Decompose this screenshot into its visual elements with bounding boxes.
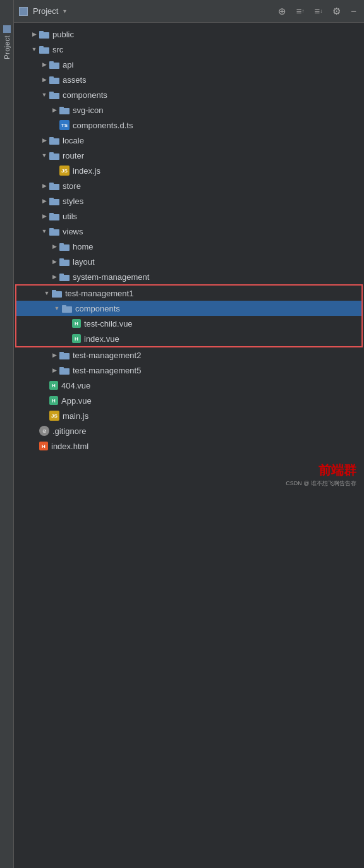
expand-arrow-test-management1[interactable]: ▼ xyxy=(42,288,52,298)
folder-icon-utils xyxy=(49,212,59,220)
svg-rect-26 xyxy=(59,260,70,266)
toolbar: Project ▾ ⊕ ≡↑ ≡↓ ⚙ − xyxy=(14,0,364,23)
item-label-components-d-ts: components.d.ts xyxy=(73,121,359,130)
folder-icon-svg-icon xyxy=(59,106,70,114)
expand-arrow-home[interactable]: ▶ xyxy=(49,241,59,251)
folder-icon-layout xyxy=(59,258,70,266)
tree-item-router-index-js[interactable]: JS index.js xyxy=(14,163,364,178)
file-icon-js-main: JS xyxy=(49,411,59,421)
file-icon-gitignore: ⊘ xyxy=(39,426,49,436)
expand-arrow-src[interactable]: ▼ xyxy=(29,44,39,54)
svg-rect-30 xyxy=(52,291,62,298)
item-label-locale: locale xyxy=(63,136,359,145)
locate-button[interactable]: ⊕ xyxy=(276,4,289,18)
item-label-test-management2: test-management2 xyxy=(73,351,359,360)
item-label-home: home xyxy=(73,242,359,251)
tree-item-test-child-vue[interactable]: H test-child.vue xyxy=(16,316,361,331)
tree-item-store[interactable]: ▶ store xyxy=(14,178,364,193)
expand-arrow-components-sub[interactable]: ▼ xyxy=(52,303,62,313)
file-icon-js-router: JS xyxy=(59,166,70,176)
minimize-button[interactable]: − xyxy=(348,4,359,18)
svg-rect-25 xyxy=(59,243,64,245)
svg-rect-8 xyxy=(49,93,59,99)
expand-arrow-assets[interactable]: ▶ xyxy=(39,75,49,85)
folder-icon-public xyxy=(39,30,49,39)
svg-rect-37 xyxy=(59,367,64,369)
expand-arrow-api[interactable]: ▶ xyxy=(39,59,49,69)
watermark-sub: CSDN @ 谁不想飞啊告告存 xyxy=(286,479,356,488)
svg-rect-5 xyxy=(49,61,54,63)
expand-arrow-locale[interactable]: ▶ xyxy=(39,135,49,145)
expand-arrow-store[interactable]: ▶ xyxy=(39,181,49,191)
tree-item-svg-icon[interactable]: ▶ svg-icon xyxy=(14,102,364,118)
svg-rect-1 xyxy=(39,31,44,33)
svg-rect-19 xyxy=(49,198,54,200)
item-label-src: src xyxy=(52,45,359,54)
expand-arrow-test-management2[interactable]: ▶ xyxy=(49,350,59,360)
tree-item-home[interactable]: ▶ home xyxy=(14,239,364,254)
svg-rect-14 xyxy=(49,154,59,160)
svg-rect-34 xyxy=(59,353,70,359)
expand-arrow-test-management5[interactable]: ▶ xyxy=(49,365,59,375)
svg-rect-23 xyxy=(49,228,54,230)
expand-arrow-styles[interactable]: ▶ xyxy=(39,196,49,206)
expand-arrow-svg-icon[interactable]: ▶ xyxy=(49,105,59,115)
settings-button[interactable]: ⚙ xyxy=(330,4,343,18)
item-label-index-vue-sub: index.vue xyxy=(84,334,356,344)
expand-arrow-public[interactable]: ▶ xyxy=(29,29,39,39)
item-label-index-html: index.html xyxy=(51,442,359,451)
tree-item-test-management5[interactable]: ▶ test-management5 xyxy=(14,363,364,378)
svg-rect-18 xyxy=(49,199,59,205)
svg-rect-31 xyxy=(52,290,56,292)
svg-rect-20 xyxy=(49,214,59,220)
tree-item-gitignore[interactable]: ⊘ .gitignore xyxy=(14,423,364,438)
svg-rect-33 xyxy=(62,305,66,307)
folder-icon-styles xyxy=(49,197,59,205)
tree-item-index-vue-sub[interactable]: H index.vue xyxy=(16,331,361,346)
tree-item-utils[interactable]: ▶ utils xyxy=(14,208,364,224)
expand-all-button[interactable]: ≡↓ xyxy=(312,4,325,18)
side-tab[interactable]: Project xyxy=(0,0,14,868)
expand-arrow-views[interactable]: ▼ xyxy=(39,226,49,236)
expand-arrow-layout[interactable]: ▶ xyxy=(49,256,59,267)
file-icon-ts: TS xyxy=(59,120,70,130)
tree-item-system-management[interactable]: ▶ system-management xyxy=(14,269,364,284)
expand-arrow-utils[interactable]: ▶ xyxy=(39,211,49,221)
tree-item-styles[interactable]: ▶ styles xyxy=(14,193,364,208)
file-icon-404-vue: H xyxy=(49,381,58,390)
tree-item-layout[interactable]: ▶ layout xyxy=(14,254,364,269)
tree-item-api[interactable]: ▶ api xyxy=(14,57,364,72)
tree-item-src[interactable]: ▼ src xyxy=(14,42,364,57)
item-label-system-management: system-management xyxy=(73,272,359,282)
tree-item-main-js[interactable]: JS main.js xyxy=(14,408,364,423)
side-tab-label[interactable]: Project xyxy=(2,33,12,62)
tree-item-locale[interactable]: ▶ locale xyxy=(14,133,364,148)
tree-item-components-d-ts[interactable]: TS components.d.ts xyxy=(14,118,364,133)
folder-icon-test-management2 xyxy=(59,351,70,359)
tree-item-app-vue[interactable]: H App.vue xyxy=(14,393,364,408)
project-folder-icon xyxy=(19,7,28,16)
tree-item-404-vue[interactable]: H 404.vue xyxy=(14,378,364,393)
tree-item-components-sub[interactable]: ▼ components xyxy=(16,301,361,316)
tree-item-test-management1[interactable]: ▼ test-management1 xyxy=(16,286,361,301)
item-label-components: components xyxy=(63,90,359,100)
tree-item-components[interactable]: ▼ components xyxy=(14,87,364,102)
expand-arrow-components[interactable]: ▼ xyxy=(39,90,49,100)
tree-item-views[interactable]: ▼ views xyxy=(14,224,364,239)
tree-item-index-html[interactable]: H index.html xyxy=(14,438,364,454)
tree-item-test-management2[interactable]: ▶ test-management2 xyxy=(14,347,364,363)
toolbar-dropdown-chevron[interactable]: ▾ xyxy=(63,8,66,15)
svg-rect-9 xyxy=(49,92,54,93)
item-label-404-vue: 404.vue xyxy=(61,381,359,390)
tree-item-public[interactable]: ▶ public xyxy=(14,27,364,42)
tree-item-router[interactable]: ▼ router xyxy=(14,148,364,163)
item-label-api: api xyxy=(63,60,359,69)
tree-item-assets[interactable]: ▶ assets xyxy=(14,72,364,87)
collapse-all-button[interactable]: ≡↑ xyxy=(294,4,307,18)
expand-arrow-router[interactable]: ▼ xyxy=(39,150,49,160)
item-label-assets: assets xyxy=(63,75,359,85)
expand-arrow-system-management[interactable]: ▶ xyxy=(49,272,59,282)
item-label-svg-icon: svg-icon xyxy=(73,105,359,115)
folder-icon-router xyxy=(49,152,59,160)
folder-icon-locale xyxy=(49,136,59,145)
